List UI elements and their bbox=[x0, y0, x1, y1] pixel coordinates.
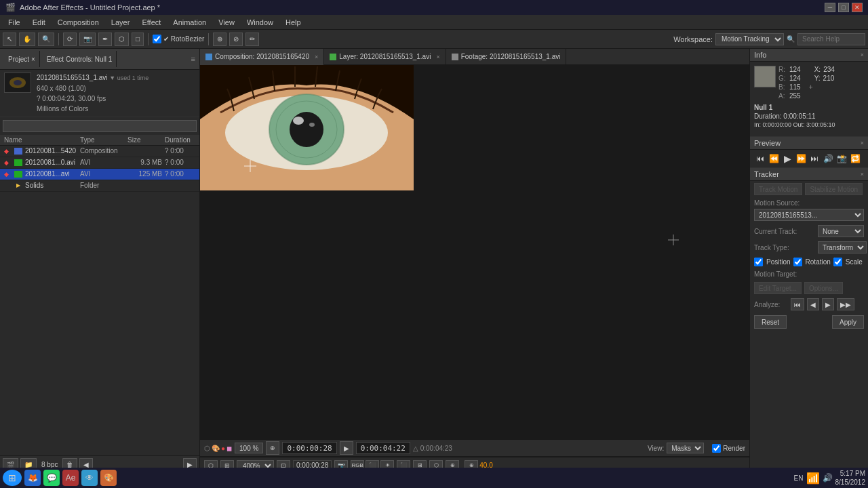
selection-tool[interactable]: ↖ bbox=[3, 33, 16, 46]
tracker-panel-close[interactable]: × bbox=[861, 171, 864, 178]
x-label: X: bbox=[814, 66, 821, 73]
shape-tool[interactable]: □ bbox=[132, 33, 144, 46]
time-display[interactable]: 0:00:00:28 bbox=[282, 442, 336, 454]
rotation-checkbox-label[interactable]: Rotation bbox=[793, 258, 831, 266]
info-panel-header: Info × bbox=[750, 49, 868, 62]
zoom-tool[interactable]: 🔍 bbox=[38, 33, 54, 46]
menu-composition[interactable]: Composition bbox=[52, 17, 104, 28]
info-panel-close[interactable]: × bbox=[861, 52, 864, 58]
info-panel: R: 124 X: 234 G: 124 Y: 210 B: 115 + bbox=[750, 62, 868, 137]
preview-next-btn[interactable]: ⏩ bbox=[795, 152, 807, 165]
taskbar-whatsapp[interactable]: 💬 bbox=[43, 470, 60, 486]
project-item-comp[interactable]: ◆ 20120081...5420 Composition ? 0:00 bbox=[0, 146, 199, 157]
position-checkbox-label[interactable]: Position bbox=[754, 258, 791, 266]
preview-loop-btn[interactable]: 🔁 bbox=[849, 152, 861, 165]
rotobezier-checkbox[interactable] bbox=[153, 35, 161, 43]
menu-animation[interactable]: Animation bbox=[167, 17, 212, 28]
track-type-select[interactable]: Transform bbox=[818, 241, 867, 253]
apply-btn[interactable]: Apply bbox=[832, 315, 864, 329]
menu-window[interactable]: Window bbox=[241, 17, 279, 28]
panel-menu-icon[interactable]: ≡ bbox=[191, 55, 195, 63]
rotation-checkbox[interactable] bbox=[793, 258, 802, 266]
preview-first-btn[interactable]: ⏮ bbox=[754, 152, 766, 165]
layer-tab-close[interactable]: × bbox=[436, 54, 439, 60]
analyze-back-btn[interactable]: ⏮ bbox=[791, 298, 804, 310]
project-search-input[interactable] bbox=[3, 120, 197, 132]
preview-audio-btn[interactable]: 🔊 bbox=[822, 152, 834, 165]
close-button[interactable]: ✕ bbox=[852, 3, 863, 12]
hand-tool[interactable]: ✋ bbox=[19, 33, 35, 46]
search-input[interactable] bbox=[797, 33, 865, 45]
view-select[interactable]: Masks bbox=[667, 443, 704, 453]
project-search[interactable] bbox=[0, 117, 199, 135]
menu-help[interactable]: Help bbox=[280, 17, 307, 28]
y-value: 210 bbox=[823, 75, 835, 82]
tab-composition[interactable]: Composition: 20120815165420 × bbox=[200, 49, 324, 65]
menu-file[interactable]: File bbox=[3, 17, 26, 28]
current-track-select[interactable]: None bbox=[818, 225, 864, 237]
motion-source-select[interactable]: 20120815165513... bbox=[754, 209, 864, 221]
camera-tool[interactable]: 📷 bbox=[79, 33, 96, 46]
taskbar-app1[interactable]: 👁 bbox=[81, 470, 98, 486]
play-btn[interactable]: ▶ bbox=[340, 441, 353, 455]
menu-edit[interactable]: Edit bbox=[27, 17, 51, 28]
bullet-solids: ◆ bbox=[4, 182, 14, 189]
footage-tab-icon bbox=[452, 54, 458, 60]
taskbar-ae[interactable]: Ae bbox=[62, 470, 79, 486]
edit-target-btn[interactable]: Edit Target... bbox=[754, 282, 802, 294]
scale-checkbox-label[interactable]: Scale bbox=[833, 258, 863, 266]
analyze-prev-btn[interactable]: ◀ bbox=[807, 298, 819, 310]
render-checkbox[interactable] bbox=[712, 444, 721, 453]
preview-snapshot-btn[interactable]: 📸 bbox=[835, 152, 848, 165]
icon-folder: ▶ bbox=[14, 182, 23, 190]
position-checkbox[interactable] bbox=[754, 258, 763, 266]
solo-btn[interactable]: ⊕ bbox=[266, 441, 279, 455]
taskbar-browser[interactable]: 🦊 bbox=[24, 470, 41, 486]
transport-icons: ⬡ 🎨 ● ◼ bbox=[204, 445, 232, 452]
scale-checkbox[interactable] bbox=[833, 258, 842, 266]
project-item-avi2[interactable]: ◆ 20120081...avi AVI 125 MB ? 0:00 bbox=[0, 169, 199, 180]
render-checkbox-label[interactable]: Render bbox=[712, 444, 745, 453]
icon-avi2 bbox=[14, 170, 23, 178]
analyze-play-btn[interactable]: ▶ bbox=[822, 298, 834, 310]
tab-footage[interactable]: Footage: 20120815165513_1.avi bbox=[446, 49, 567, 65]
bullet-comp: ◆ bbox=[4, 148, 14, 155]
maximize-button[interactable]: □ bbox=[838, 3, 849, 12]
pen-tool[interactable]: ✒ bbox=[98, 33, 112, 46]
track-motion-btn[interactable]: Track Motion bbox=[754, 183, 802, 195]
analyze-next-btn[interactable]: ▶▶ bbox=[837, 298, 854, 310]
reset-btn[interactable]: Reset bbox=[754, 315, 787, 329]
title-bar-controls[interactable]: ─ □ ✕ bbox=[825, 3, 863, 12]
comp-tab-close[interactable]: × bbox=[315, 54, 318, 60]
preview-panel-close[interactable]: × bbox=[861, 140, 864, 146]
rotate-tool[interactable]: ⟳ bbox=[63, 33, 77, 46]
bullet-avi1: ◆ bbox=[4, 159, 14, 166]
minimize-button[interactable]: ─ bbox=[825, 3, 835, 12]
preview-last-btn[interactable]: ⏭ bbox=[808, 152, 821, 165]
taskbar-app2[interactable]: 🎨 bbox=[100, 470, 117, 486]
time-end-display[interactable]: 0:00:04:22 bbox=[356, 442, 410, 454]
menu-effect[interactable]: Effect bbox=[136, 17, 166, 28]
preview-play-btn[interactable]: ▶ bbox=[781, 152, 793, 165]
menu-view[interactable]: View bbox=[213, 17, 240, 28]
item-name-avi1: 20120081...0.avi bbox=[25, 159, 80, 166]
menu-layer[interactable]: Layer bbox=[106, 17, 136, 28]
tab-effect-controls[interactable]: Effect Controls: Null 1 bbox=[43, 51, 117, 67]
project-thumbnail bbox=[4, 73, 31, 93]
clone-tool[interactable]: ⊕ bbox=[213, 33, 226, 46]
eraser-tool[interactable]: ⊘ bbox=[229, 33, 243, 46]
workspace-select[interactable]: Motion Tracking bbox=[715, 33, 784, 45]
preview-prev-btn[interactable]: ⏪ bbox=[768, 152, 780, 165]
mask-tool[interactable]: ⬡ bbox=[115, 33, 129, 46]
tab-layer[interactable]: Layer: 20120815165513_1.avi × bbox=[324, 49, 446, 65]
project-item-avi1[interactable]: ◆ 20120081...0.avi AVI 9.3 MB ? 0:00 bbox=[0, 157, 199, 169]
search-icon: 🔍 bbox=[787, 35, 795, 43]
start-button[interactable]: ⊞ bbox=[3, 470, 22, 486]
rotobezier-checkbox-label[interactable]: ✔ RotoBezier bbox=[153, 35, 204, 43]
stabilize-motion-btn[interactable]: Stabilize Motion bbox=[805, 183, 863, 195]
tab-project[interactable]: Project × bbox=[4, 51, 40, 67]
brush-tool[interactable]: ✏ bbox=[245, 33, 259, 46]
x-value: 234 bbox=[823, 66, 835, 73]
options-btn[interactable]: Options... bbox=[804, 282, 843, 294]
project-item-solids[interactable]: ◆ ▶ Solids Folder bbox=[0, 180, 199, 192]
